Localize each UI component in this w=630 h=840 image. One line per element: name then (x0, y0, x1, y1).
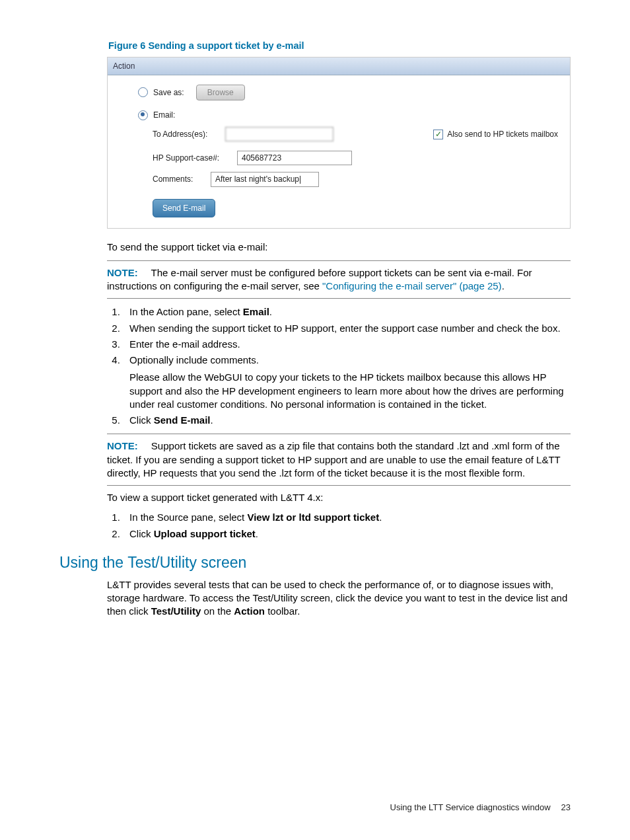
check-icon: ✓ (435, 130, 442, 138)
figure-caption: Figure 6 Sending a support ticket by e-m… (108, 40, 571, 53)
send-email-button[interactable]: Send E-mail (153, 199, 215, 217)
intro-text: To send the support ticket via e-mail: (107, 241, 571, 254)
radio-email[interactable] (138, 110, 148, 120)
step-3: Enter the e-mail address. (123, 338, 571, 351)
browse-button[interactable]: Browse (196, 85, 245, 100)
step-4-sub: Please allow the WebGUI to copy your tic… (129, 371, 571, 411)
config-email-link[interactable]: "Configuring the e-mail server" (page 25… (322, 280, 502, 291)
steps-list-1: In the Action pane, select Email. When s… (107, 305, 571, 427)
divider (107, 260, 571, 261)
step-5: Click Send E-mail. (123, 414, 571, 427)
radio-save-as[interactable] (138, 87, 148, 97)
section-body: L&TT provides several tests that can be … (107, 578, 571, 619)
note-label: NOTE: (107, 440, 138, 451)
also-send-checkbox[interactable]: ✓ (433, 130, 443, 139)
divider (107, 298, 571, 299)
step-1: In the Action pane, select Email. (123, 305, 571, 319)
action-screenshot: Action Save as: Browse Email: To Address… (107, 57, 571, 229)
note-2: NOTE: Support tickets are saved as a zip… (107, 439, 571, 480)
section-heading: Using the Test/Utility screen (59, 553, 571, 573)
view-intro: To view a support ticket generated with … (107, 491, 571, 504)
divider (107, 434, 571, 434)
note-1: NOTE: The e-mail server must be configur… (107, 266, 571, 293)
page-footer: Using the LTT Service diagnostics window… (390, 802, 571, 814)
note-label: NOTE: (107, 267, 138, 278)
to-address-input[interactable] (225, 127, 333, 141)
step-2: When sending the support ticket to HP su… (123, 322, 571, 335)
comments-input[interactable]: After last night's backup| (211, 172, 319, 186)
to-address-label: To Address(es): (153, 129, 225, 139)
step-2: Click Upload support ticket. (123, 527, 571, 541)
support-case-input[interactable]: 405687723 (237, 151, 352, 165)
action-panel-title: Action (108, 57, 570, 75)
save-as-label: Save as: (153, 87, 184, 98)
email-label: Email: (153, 110, 175, 120)
also-send-label: Also send to HP tickets mailbox (447, 129, 558, 139)
step-4: Optionally include comments. Please allo… (123, 354, 571, 411)
comments-label: Comments: (153, 174, 211, 184)
step-1: In the Source pane, select View lzt or l… (123, 511, 571, 524)
divider (107, 485, 571, 486)
steps-list-2: In the Source pane, select View lzt or l… (107, 511, 571, 541)
page-number: 23 (561, 802, 571, 812)
support-case-label: HP Support-case#: (153, 153, 237, 163)
